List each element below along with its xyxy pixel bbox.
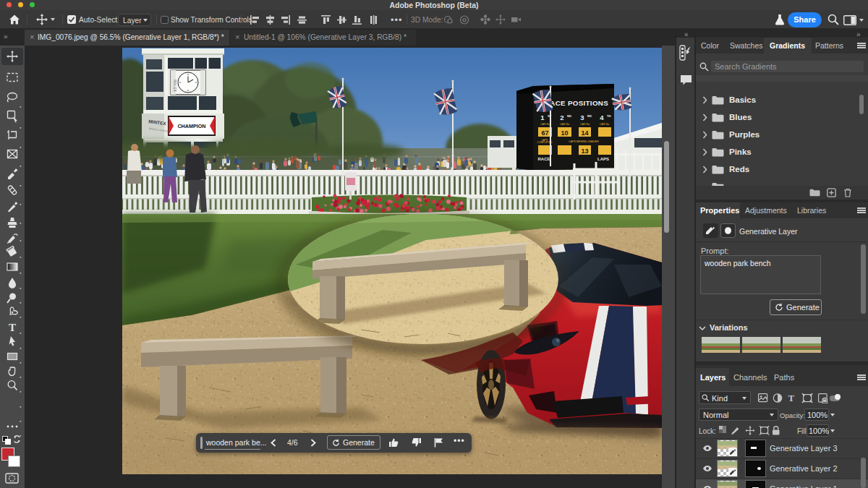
svg-text:CHAMPION: CHAMPION (177, 123, 205, 129)
svg-text:CAR No.: CAR No. (540, 123, 550, 126)
svg-text:RD: RD (587, 114, 592, 118)
svg-text:T: T (9, 322, 16, 333)
svg-text:2: 2 (560, 114, 563, 121)
svg-text:CAR No.: CAR No. (600, 123, 610, 126)
svg-text:LAPS BEHIND LEADER: LAPS BEHIND LEADER (569, 140, 599, 143)
svg-text:10: 10 (561, 129, 568, 137)
svg-text:TH: TH (607, 114, 611, 118)
svg-text:ROLEX: ROLEX (173, 80, 176, 92)
svg-text:T: T (788, 393, 795, 403)
svg-text:RACE: RACE (537, 157, 550, 161)
svg-text:4: 4 (600, 114, 604, 121)
svg-text:1: 1 (540, 114, 545, 121)
svg-text:RACE POSITIONS: RACE POSITIONS (545, 99, 608, 107)
svg-text:CAR No.: CAR No. (580, 123, 590, 126)
svg-text:3: 3 (580, 114, 584, 121)
svg-text:CAR No.: CAR No. (560, 123, 570, 126)
svg-text:67: 67 (541, 129, 548, 137)
svg-text:ND: ND (567, 114, 571, 118)
svg-text:13: 13 (581, 147, 588, 155)
svg-text:LAPS: LAPS (597, 157, 609, 161)
svg-text:14: 14 (581, 129, 588, 137)
